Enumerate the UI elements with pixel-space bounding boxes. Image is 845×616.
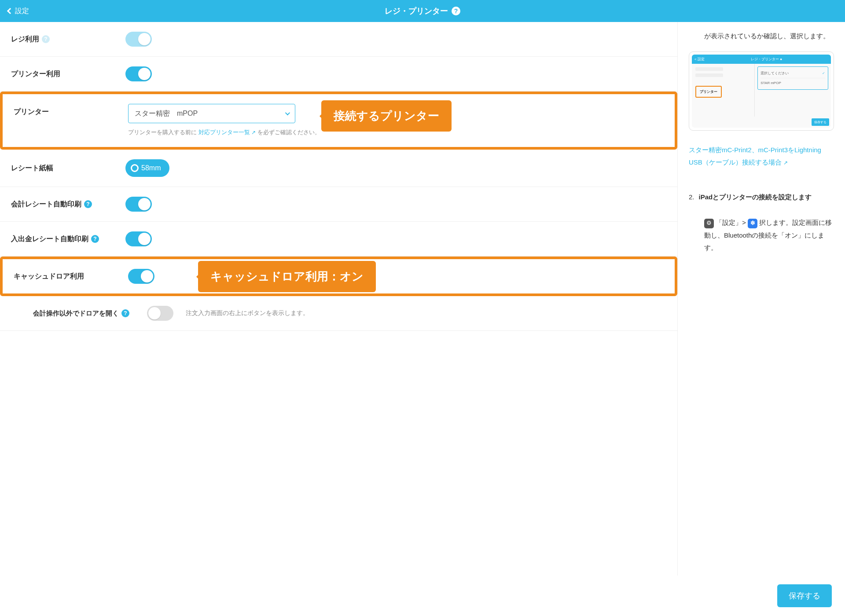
label-receipt-width: レシート紙幅 xyxy=(11,164,53,173)
side-link-usb[interactable]: スター精密mC-Print2、mC-Print3をLightning USB（ケ… xyxy=(689,146,821,166)
back-button[interactable]: 設定 xyxy=(8,7,29,16)
toggle-printer-use[interactable] xyxy=(125,66,152,81)
help-sidebar: が表示されているか確認し、選択します。 < 設定レジ・プリンター ● プリンター… xyxy=(678,22,845,576)
help-icon[interactable]: ? xyxy=(42,35,50,43)
chevron-down-icon xyxy=(285,110,290,115)
toggle-drawer-other[interactable] xyxy=(147,306,173,321)
header-bar: 設定 レジ・プリンター ? xyxy=(0,0,845,22)
printer-select-value: スター精密 mPOP xyxy=(135,109,198,118)
row-cash-receipt-auto: 入出金レシート自動印刷? xyxy=(0,222,677,257)
back-label: 設定 xyxy=(15,7,29,16)
toggle-receipt-auto[interactable] xyxy=(125,197,152,212)
label-drawer-other: 会計操作以外でドロアを開く xyxy=(33,309,119,318)
label-receipt-auto: 会計レシート自動印刷 xyxy=(11,200,81,209)
side-text-top: が表示されているか確認し、選択します。 xyxy=(704,30,834,43)
label-printer: プリンター xyxy=(14,107,49,117)
toggle-cash-receipt-auto[interactable] xyxy=(125,231,152,246)
supported-printers-link[interactable]: 対応プリンター一覧 ↗ xyxy=(198,129,256,136)
page-title: レジ・プリンター xyxy=(385,6,448,16)
label-printer-use: プリンター利用 xyxy=(11,70,60,79)
help-icon[interactable]: ? xyxy=(452,7,460,15)
toggle-register-use[interactable] xyxy=(125,32,152,47)
radio-icon xyxy=(131,164,139,172)
bluetooth-icon: ✽ xyxy=(748,219,757,228)
step-2: 2. iPadとプリンターの接続を設定します xyxy=(689,191,834,204)
chevron-left-icon xyxy=(7,8,13,14)
callout-drawer: キャッシュドロア利用：オン xyxy=(198,261,376,292)
side-desc: ⚙ 「設定」> ✽ 択します。設定画面に移動し、Bluetoothの接続を「オン… xyxy=(704,216,834,254)
label-cash-receipt-auto: 入出金レシート自動印刷 xyxy=(11,235,88,244)
help-icon[interactable]: ? xyxy=(121,309,129,317)
receipt-width-option[interactable]: 58mm xyxy=(125,159,169,177)
printer-hint: プリンターを購入する前に 対応プリンター一覧 ↗ を必ずご確認ください。 xyxy=(128,128,320,137)
help-icon[interactable]: ? xyxy=(84,200,92,208)
printer-select[interactable]: スター精密 mPOP xyxy=(128,104,295,123)
callout-printer: 接続するプリンター xyxy=(321,100,452,132)
footer: 保存する xyxy=(0,576,845,616)
settings-panel: レジ利用? プリンター利用 プリンター スター精密 mPOP プ xyxy=(0,22,678,576)
row-register-use: レジ利用? xyxy=(0,22,677,57)
gear-icon: ⚙ xyxy=(704,219,714,228)
row-printer-use: プリンター利用 xyxy=(0,57,677,92)
save-button[interactable]: 保存する xyxy=(777,584,832,607)
toggle-drawer-use[interactable] xyxy=(128,269,154,284)
label-drawer-use: キャッシュドロア利用 xyxy=(14,272,84,281)
row-receipt-width: レシート紙幅 58mm xyxy=(0,150,677,187)
drawer-other-desc: 注文入力画面の右上にボタンを表示します。 xyxy=(186,308,309,319)
label-register-use: レジ利用 xyxy=(11,35,39,44)
screenshot-thumbnail: < 設定レジ・プリンター ● プリンター 選択してください✓ STAR mPOP xyxy=(689,51,834,131)
row-drawer-other: 会計操作以外でドロアを開く? 注文入力画面の右上にボタンを表示します。 xyxy=(0,296,677,331)
help-icon[interactable]: ? xyxy=(91,235,99,243)
row-receipt-auto: 会計レシート自動印刷? xyxy=(0,187,677,222)
